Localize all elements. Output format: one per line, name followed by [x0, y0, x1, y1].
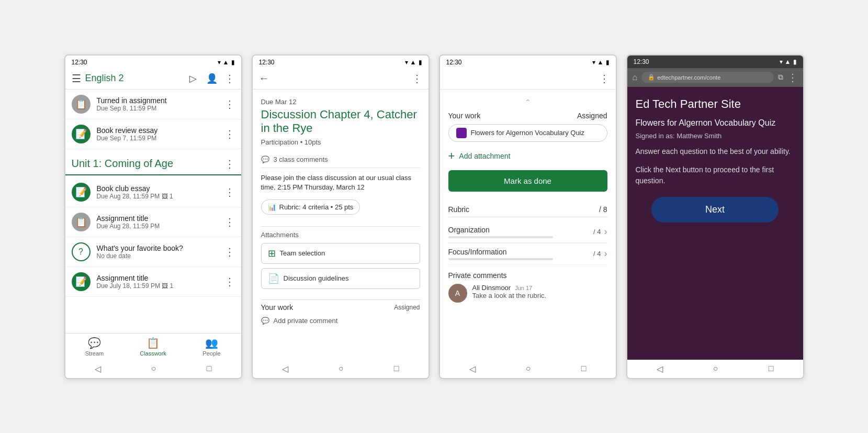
status-icons-1: ▾ ▲ ▮	[218, 59, 235, 66]
item-text-5: What's your favorite book? No due date	[97, 244, 218, 260]
rubric-row-focus[interactable]: Focus/Information / 4 ›	[448, 243, 607, 265]
item-title-1: Turned in assignment	[97, 96, 218, 105]
item-subtitle-4: Due Aug 28, 11:59 PM	[97, 223, 218, 230]
rubric-chip[interactable]: 📊 Rubric: 4 criteria • 25 pts	[261, 199, 360, 215]
section-title: Unit 1: Coming of Age	[72, 158, 174, 170]
rubric-header: Rubric / 8	[448, 205, 607, 217]
battery-icon-3: ▮	[606, 59, 610, 66]
attachment-name-2: Discussion guidelines	[284, 274, 349, 282]
browser-home-icon[interactable]: ⌂	[633, 73, 638, 82]
rubric-total: / 8	[599, 205, 607, 214]
overflow-menu-icon-3[interactable]: ⋮	[599, 72, 610, 85]
assignment-icon-4: 📋	[72, 213, 91, 231]
recent-btn-2[interactable]: □	[394, 364, 399, 374]
org-score: / 4 ›	[593, 226, 607, 237]
recent-btn-3[interactable]: □	[581, 364, 587, 374]
signal-icon-1: ▲	[223, 59, 229, 66]
attachment-icon-1: ⊞	[268, 248, 276, 259]
item-overflow-3[interactable]: ⋮	[224, 186, 235, 198]
system-nav-4: ◁ ○ □	[627, 360, 803, 378]
back-arrow-icon[interactable]: ←	[259, 72, 269, 84]
private-comments-section: Private comments A Ali Dinsmoor Jun 17 T…	[448, 271, 607, 303]
recent-btn-4[interactable]: □	[769, 364, 774, 374]
home-btn-2[interactable]: ○	[339, 364, 344, 374]
overflow-menu-icon[interactable]: ⋮	[224, 72, 235, 85]
item-subtitle-3: Due Aug 28, 11:59 PM 🖼 1	[97, 193, 218, 200]
your-work-title-3: Your work	[448, 112, 481, 120]
hamburger-icon[interactable]: ☰	[72, 72, 81, 85]
list-item[interactable]: 📋 Turned in assignment Due Sep 8, 11:59 …	[65, 90, 241, 119]
private-comments-title: Private comments	[448, 271, 607, 280]
item-title-3: Book club essay	[97, 184, 218, 193]
divider-1	[261, 226, 420, 227]
item-text-3: Book club essay Due Aug 28, 11:59 PM 🖼 1	[97, 184, 218, 200]
attachment-name-1: Team selection	[280, 249, 325, 257]
list-item[interactable]: 📝 Assignment title Due July 18, 11:59 PM…	[65, 267, 241, 297]
signal-icon-2: ▲	[410, 59, 416, 66]
points-label: Participation • 10pts	[261, 138, 420, 146]
rubric-criterion-org: Organization	[448, 226, 553, 238]
list-item[interactable]: ? What's your favorite book? No due date…	[65, 237, 241, 267]
app-bar-1: ☰ English 2 ▷ 👤 ⋮	[65, 68, 241, 90]
browser-overflow-icon[interactable]: ⋮	[787, 71, 798, 84]
comment-content: Ali Dinsmoor Jun 17 Take a look at the r…	[472, 284, 607, 299]
next-btn-container: Next	[636, 197, 795, 223]
rubric-criterion-focus: Focus/Information	[448, 248, 553, 260]
back-btn-3[interactable]: ◁	[469, 364, 476, 374]
assignment-content: Due Mar 12 Discussion Chapter 4, Catcher…	[253, 90, 429, 360]
back-btn-2[interactable]: ◁	[282, 364, 288, 374]
status-icons-2: ▾ ▲ ▮	[405, 59, 422, 66]
private-comment-row[interactable]: 💬 Add private comment	[261, 317, 420, 325]
person-add-icon[interactable]: 👤	[206, 72, 218, 85]
focus-bar	[448, 258, 553, 260]
back-btn-1[interactable]: ◁	[95, 364, 101, 374]
overflow-menu-icon-2[interactable]: ⋮	[412, 72, 422, 85]
item-overflow-5[interactable]: ⋮	[224, 246, 235, 258]
item-overflow-1[interactable]: ⋮	[224, 98, 235, 110]
quiz-attachment[interactable]: Flowers for Algernon Vocabulary Quiz	[448, 124, 607, 142]
add-attachment-btn[interactable]: + Add attachment	[448, 146, 607, 166]
your-work-header: Your work Assigned	[261, 303, 420, 312]
people-label: People	[202, 350, 220, 357]
back-btn-4[interactable]: ◁	[657, 364, 663, 374]
section-overflow[interactable]: ⋮	[224, 158, 235, 170]
mark-done-button[interactable]: Mark as done	[448, 170, 607, 192]
attachment-chip-1[interactable]: ⊞ Team selection	[261, 243, 420, 264]
instructions-2: Click the Next button to proceed to the …	[636, 164, 795, 186]
nav-classwork[interactable]: 📋 Classwork	[124, 337, 183, 357]
screen2-assignment: 12:30 ▾ ▲ ▮ ← ⋮ Due Mar 12 Discussion Ch…	[252, 54, 430, 379]
item-overflow-6[interactable]: ⋮	[224, 275, 235, 288]
battery-icon-1: ▮	[231, 59, 235, 66]
item-overflow-2[interactable]: ⋮	[224, 128, 235, 140]
video-icon[interactable]: ▷	[187, 72, 199, 85]
list-item[interactable]: 📝 Book review essay Due Sep 7, 11:59 PM …	[65, 119, 241, 149]
rubric-section: Rubric / 8 Organization / 4 ›	[448, 205, 607, 265]
home-btn-4[interactable]: ○	[713, 364, 718, 374]
next-button[interactable]: Next	[651, 197, 779, 223]
browser-url-bar[interactable]: 🔒 edtechpartner.com/conte	[641, 72, 773, 83]
item-title-5: What's your favorite book?	[97, 244, 218, 252]
browser-tab-icon[interactable]: ⧉	[778, 73, 783, 82]
list-item[interactable]: 📋 Assignment title Due Aug 28, 11:59 PM …	[65, 207, 241, 237]
item-subtitle-1: Due Sep 8, 11:59 PM	[97, 105, 218, 112]
status-bar-4: 12:30 ▾ ▲ ▮	[627, 55, 803, 68]
screen3-rubric: 12:30 ▾ ▲ ▮ ⋮ ⌃ Your work Assigned	[439, 54, 617, 379]
item-subtitle-6: Due July 18, 11:59 PM 🖼 1	[97, 282, 218, 290]
nav-stream[interactable]: 💬 Stream	[65, 337, 124, 357]
item-overflow-4[interactable]: ⋮	[224, 216, 235, 228]
home-btn-3[interactable]: ○	[526, 364, 531, 374]
list-item[interactable]: 📝 Book club essay Due Aug 28, 11:59 PM 🖼…	[65, 177, 241, 207]
nav-people[interactable]: 👥 People	[183, 337, 241, 357]
home-btn-1[interactable]: ○	[151, 364, 156, 374]
attachment-chip-2[interactable]: 📄 Discussion guidelines	[261, 268, 420, 289]
wifi-icon-2: ▾	[405, 59, 408, 66]
classwork-icon: 📋	[146, 337, 160, 349]
people-icon: 👥	[205, 337, 218, 349]
screen1-classwork: 12:30 ▾ ▲ ▮ ☰ English 2 ▷ 👤 ⋮ 📋	[64, 54, 242, 379]
assignment-icon-2: 📝	[72, 125, 91, 143]
rubric-body: ⌃ Your work Assigned Flowers for Algerno…	[440, 90, 616, 309]
status-icons-3: ▾ ▲ ▮	[592, 59, 610, 66]
rubric-row-org[interactable]: Organization / 4 ›	[448, 221, 607, 243]
status-time-4: 12:30	[634, 58, 649, 65]
recent-btn-1[interactable]: □	[207, 364, 212, 374]
